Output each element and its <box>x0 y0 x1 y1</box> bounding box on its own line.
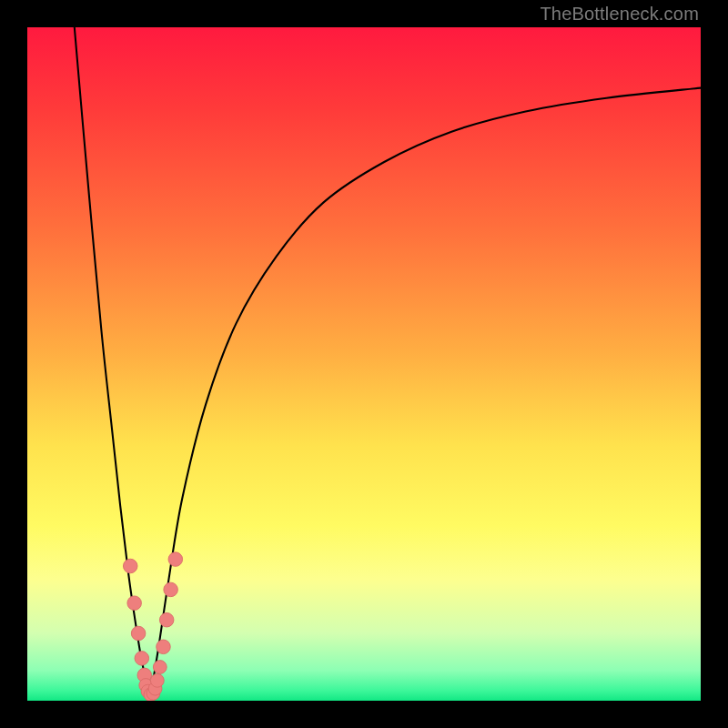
data-marker <box>135 652 149 666</box>
data-markers <box>123 552 182 701</box>
data-marker <box>127 596 142 611</box>
plot-area <box>27 27 701 701</box>
data-marker <box>164 582 178 597</box>
curve-layer <box>27 27 701 701</box>
data-marker <box>150 673 164 687</box>
data-marker <box>153 661 167 674</box>
data-marker <box>168 552 183 567</box>
curve-right-branch <box>150 88 701 695</box>
data-marker <box>157 640 171 654</box>
data-marker <box>123 559 137 573</box>
watermark-text: TheBottleneck.com <box>540 4 699 25</box>
curve-left-branch <box>75 27 151 695</box>
chart-frame: TheBottleneck.com <box>0 0 728 728</box>
data-marker <box>131 626 146 641</box>
data-marker <box>159 612 174 627</box>
